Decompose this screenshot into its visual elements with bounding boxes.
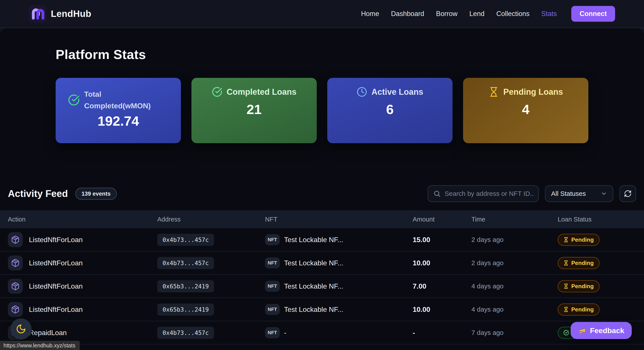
status-badge: Pending	[558, 303, 600, 315]
nav-item-borrow[interactable]: Borrow	[436, 10, 458, 18]
table-row: ListedNftForLoan 0x65b3...2419 NFT Test …	[0, 298, 644, 321]
amount-value: 7.00	[413, 282, 472, 290]
package-icon	[8, 279, 23, 294]
theme-toggle-button[interactable]	[10, 318, 32, 339]
nav-item-dashboard[interactable]: Dashboard	[391, 10, 424, 18]
time-value: 4 days ago	[472, 282, 558, 290]
address-chip: 0x65b3...2419	[157, 280, 214, 292]
column-header-action: Action	[8, 216, 157, 223]
connect-button[interactable]: Connect	[571, 6, 615, 22]
column-header-loan-status: Loan Status	[558, 216, 636, 223]
stat-card-pending-loans: Pending Loans 4	[463, 78, 588, 143]
column-header-time: Time	[472, 216, 558, 223]
stat-card-value: 6	[335, 102, 445, 117]
address-chip: 0x4b73...457c	[157, 234, 214, 246]
circle-check-icon	[212, 87, 222, 97]
stat-card-label: Total Completed(wMON)	[84, 88, 163, 111]
nav-item-stats[interactable]: Stats	[541, 10, 557, 18]
hourglass-icon	[564, 260, 569, 266]
status-badge: Pending	[558, 234, 600, 246]
amount-value: 10.00	[413, 305, 472, 314]
status-bar-url: https://www.lendhub.xyz/stats	[0, 341, 80, 350]
stats-page: LendHub Home Dashboard Borrow Lend Colle…	[0, 0, 644, 350]
table-row: RepaidLoan 0x4b73...457c NFT - - 7 days …	[0, 321, 644, 344]
brand[interactable]: LendHub	[29, 5, 91, 23]
amount-value: 10.00	[413, 259, 472, 267]
activity-feed-section: Activity Feed 139 events All Statuses	[0, 185, 644, 350]
navbar: LendHub Home Dashboard Borrow Lend Colle…	[0, 0, 644, 28]
stat-card-active-loans: Active Loans 6	[327, 78, 452, 143]
nav-item-lend[interactable]: Lend	[470, 10, 484, 18]
time-value: 7 days ago	[472, 329, 558, 336]
hourglass-icon	[564, 307, 569, 312]
stat-card-label: Active Loans	[372, 87, 424, 97]
stat-card-label: Pending Loans	[503, 87, 563, 97]
address-chip: 0x4b73...457c	[157, 257, 214, 269]
stat-card-total-completed: Total Completed(wMON) 192.74	[56, 78, 181, 143]
status-badge: Pending	[558, 257, 600, 269]
search-input[interactable]	[445, 190, 533, 197]
stat-card-value: 21	[199, 102, 309, 117]
column-header-address: Address	[157, 216, 265, 223]
status-badge: Pending	[558, 280, 600, 292]
nav-item-home[interactable]: Home	[361, 10, 379, 18]
amount-value: 15.00	[413, 236, 472, 244]
stat-card-value: 4	[471, 102, 580, 117]
page-title: Platform Stats	[0, 28, 644, 62]
clock-icon	[356, 87, 367, 97]
address-chip: 0x4b73...457c	[157, 327, 214, 339]
activity-feed-title: Activity Feed	[8, 188, 68, 199]
search-icon	[433, 190, 441, 197]
time-value: 2 days ago	[472, 236, 558, 243]
time-value: 4 days ago	[472, 306, 558, 313]
feedback-button[interactable]: Feedback	[570, 322, 632, 339]
package-icon	[8, 255, 23, 270]
stat-card-completed-loans: Completed Loans 21	[192, 78, 317, 143]
stat-card-label: Completed Loans	[227, 87, 296, 97]
action-label: ListedNftForLoan	[29, 236, 82, 244]
circle-check-icon	[68, 94, 80, 106]
table-header: Action Address NFT Amount Time Loan Stat…	[0, 210, 644, 228]
brand-name: LendHub	[51, 9, 91, 19]
nft-badge: NFT	[265, 257, 280, 268]
table-row: ListedNftForLoan 0x4b73...457c NFT Test …	[0, 344, 644, 350]
action-label: ListedNftForLoan	[29, 259, 82, 267]
package-icon	[8, 232, 23, 247]
main-panel: Platform Stats Total Completed(wMON) 192…	[0, 28, 644, 350]
column-header-nft: NFT	[265, 216, 413, 223]
nft-badge: NFT	[265, 327, 280, 338]
refresh-button[interactable]	[620, 185, 636, 202]
search-box[interactable]	[428, 185, 539, 202]
action-label: RepaidLoan	[29, 329, 67, 337]
events-count-badge: 139 events	[75, 188, 117, 200]
column-header-amount: Amount	[413, 216, 472, 223]
nft-badge: NFT	[265, 234, 280, 245]
table-row: ListedNftForLoan 0x4b73...457c NFT Test …	[0, 228, 644, 252]
nav-item-collections[interactable]: Collections	[496, 10, 530, 18]
action-label: ListedNftForLoan	[29, 282, 82, 290]
nft-name: Test Lockable NF...	[284, 282, 343, 290]
lendhub-logo-icon	[29, 5, 46, 23]
hourglass-icon	[564, 284, 569, 289]
chevron-down-icon	[601, 190, 607, 197]
address-chip: 0x65b3...2419	[157, 303, 214, 315]
status-filter-value: All Statuses	[551, 190, 586, 197]
nft-name: -	[284, 329, 286, 337]
status-filter-select[interactable]: All Statuses	[545, 185, 613, 202]
moon-icon	[16, 324, 26, 334]
table-row: ListedNftForLoan 0x65b3...2419 NFT Test …	[0, 275, 644, 298]
package-icon	[8, 302, 23, 317]
time-value: 2 days ago	[472, 259, 558, 267]
nft-name: Test Lockable NF...	[284, 236, 343, 244]
hourglass-icon	[488, 87, 499, 97]
nft-name: Test Lockable NF...	[284, 305, 343, 314]
hourglass-icon	[564, 237, 569, 242]
main-nav: Home Dashboard Borrow Lend Collections S…	[361, 6, 615, 22]
table-row: ListedNftForLoan 0x4b73...457c NFT Test …	[0, 252, 644, 275]
circle-check-icon	[564, 330, 569, 335]
nft-name: Test Lockable NF...	[284, 259, 343, 267]
megaphone-icon	[578, 326, 586, 335]
nft-badge: NFT	[265, 304, 280, 315]
stat-cards: Total Completed(wMON) 192.74 Completed L…	[56, 78, 588, 143]
nft-badge: NFT	[265, 281, 280, 292]
